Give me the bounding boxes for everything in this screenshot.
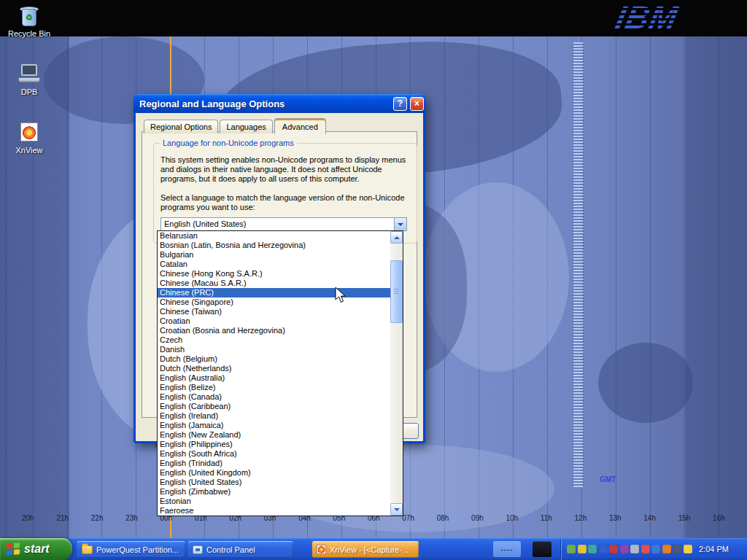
help-button[interactable]: ? bbox=[393, 97, 407, 111]
tray-icon[interactable] bbox=[599, 545, 608, 553]
dropdown-scrollbar[interactable] bbox=[390, 231, 403, 516]
taskbar-button-powerquest[interactable]: PowerQuest Partition... bbox=[77, 541, 185, 558]
taskbar-clock[interactable]: 2:04 PM bbox=[699, 545, 729, 553]
folder-icon bbox=[82, 545, 93, 554]
language-list-item[interactable]: Chinese (Singapore) bbox=[158, 298, 390, 307]
language-list-item[interactable]: Catalan bbox=[158, 260, 390, 269]
language-list-item[interactable]: Chinese (Taiwan) bbox=[158, 307, 390, 316]
regional-language-options-dialog: Regional and Language Options ? × Region… bbox=[133, 94, 425, 443]
language-list-item[interactable]: Croatian (Bosnia and Herzegovina) bbox=[158, 326, 390, 335]
language-list-item[interactable]: English (Ireland) bbox=[158, 411, 390, 421]
language-list: BelarusianBosnian (Latin, Bosnia and Her… bbox=[158, 231, 390, 516]
language-list-item[interactable]: Chinese (PRC) bbox=[158, 288, 390, 298]
language-list-item[interactable]: Dutch (Belgium) bbox=[158, 354, 390, 364]
timezone-label: 10h bbox=[506, 514, 518, 522]
timezone-label: 22h bbox=[91, 514, 104, 522]
non-unicode-groupbox: Language for non-Unicode programs This s… bbox=[153, 143, 417, 244]
tab[interactable]: Languages bbox=[220, 120, 272, 133]
language-list-item[interactable]: English (South Africa) bbox=[158, 449, 390, 459]
taskbar: start PowerQuest Partition... Control Pa… bbox=[0, 538, 747, 560]
language-list-item[interactable]: Chinese (Hong Kong S.A.R.) bbox=[158, 269, 390, 279]
desktop-icon-label: XnView bbox=[1, 146, 57, 155]
ibm-logo-stripes bbox=[609, 0, 704, 35]
language-list-item[interactable]: English (Philippines) bbox=[158, 440, 390, 449]
scroll-down-button[interactable] bbox=[390, 503, 403, 516]
tab[interactable]: Advanced bbox=[274, 118, 326, 134]
scroll-up-button[interactable] bbox=[390, 231, 403, 244]
language-list-item[interactable]: English (Zimbabwe) bbox=[158, 487, 390, 497]
language-list-item[interactable]: English (New Zealand) bbox=[158, 430, 390, 440]
tray-icon[interactable] bbox=[567, 545, 576, 553]
description-text: This system setting enables non-Unicode … bbox=[160, 155, 410, 184]
taskbar-button-xnview[interactable]: XnView - [<Capture-... bbox=[312, 541, 419, 558]
start-button[interactable]: start bbox=[0, 538, 72, 560]
xnview-icon bbox=[17, 121, 42, 144]
language-list-item[interactable]: Czech bbox=[158, 335, 390, 345]
language-list-item[interactable]: Bosnian (Latin, Bosnia and Herzegovina) bbox=[158, 241, 390, 250]
language-list-item[interactable]: Estonian bbox=[158, 497, 390, 506]
combobox-dropdown-button[interactable] bbox=[394, 218, 406, 230]
language-dropdown-list: BelarusianBosnian (Latin, Bosnia and Her… bbox=[157, 230, 403, 516]
language-list-item[interactable]: Dutch (Netherlands) bbox=[158, 364, 390, 373]
taskbar-app-icon[interactable] bbox=[533, 541, 551, 557]
tab[interactable]: Regional Options bbox=[144, 120, 218, 133]
language-list-item[interactable]: Danish bbox=[158, 345, 390, 354]
hatched-timezone-band bbox=[573, 42, 584, 487]
chevron-down-icon bbox=[398, 223, 403, 226]
taskbar-button-control-panel[interactable]: Control Panel bbox=[188, 541, 293, 558]
tray-icon[interactable] bbox=[673, 545, 681, 553]
language-list-item[interactable]: English (United Kingdom) bbox=[158, 468, 390, 478]
taskbar-deskband[interactable]: ---- bbox=[493, 541, 521, 557]
tray-icon[interactable] bbox=[651, 545, 660, 553]
dialog-tabs: Regional OptionsLanguagesAdvanced bbox=[144, 118, 328, 133]
tray-icon[interactable] bbox=[578, 545, 587, 553]
close-button[interactable]: × bbox=[410, 97, 424, 111]
language-list-item[interactable]: Chinese (Macau S.A.R.) bbox=[158, 279, 390, 288]
desktop-icon-recycle-bin[interactable]: ♻ Recycle Bin bbox=[1, 4, 57, 38]
tray-icon[interactable] bbox=[609, 545, 618, 553]
timezone-label: 13h bbox=[609, 514, 622, 522]
combobox-value: English (United States) bbox=[161, 218, 394, 230]
desktop-icon-label: DPB bbox=[1, 88, 57, 96]
language-list-item[interactable]: English (Canada) bbox=[158, 392, 390, 402]
tray-icon[interactable] bbox=[662, 545, 671, 553]
chevron-down-icon bbox=[394, 508, 400, 511]
system-tray: 2:04 PM bbox=[560, 538, 747, 560]
scrollbar-thumb[interactable] bbox=[390, 260, 403, 323]
taskbar-button-label: Control Panel bbox=[206, 545, 255, 554]
timezone-label: 21h bbox=[56, 514, 69, 522]
language-list-item[interactable]: Bulgarian bbox=[158, 250, 390, 260]
timezone-label: 07h bbox=[402, 514, 414, 522]
tray-icon[interactable] bbox=[588, 545, 597, 553]
timezone-label: 11h bbox=[541, 514, 552, 522]
desktop-icon-xnview[interactable]: XnView bbox=[1, 121, 57, 155]
language-list-item[interactable]: English (Caribbean) bbox=[158, 402, 390, 411]
groupbox-caption: Language for non-Unicode programs bbox=[160, 139, 297, 147]
tray-icon[interactable] bbox=[641, 545, 650, 553]
tray-icon[interactable] bbox=[684, 545, 692, 553]
map-landmass bbox=[686, 36, 747, 538]
tray-icon[interactable] bbox=[630, 545, 639, 553]
language-list-item[interactable]: English (Australia) bbox=[158, 373, 390, 383]
timezone-label: 09h bbox=[471, 514, 484, 522]
language-list-item[interactable]: Croatian bbox=[158, 316, 390, 326]
taskbar-button-label: XnView - [<Capture-... bbox=[330, 545, 409, 554]
language-list-item[interactable]: Faeroese bbox=[158, 506, 390, 516]
language-list-item[interactable]: English (Belize) bbox=[158, 383, 390, 392]
map-landmass bbox=[0, 36, 69, 538]
control-panel-icon bbox=[193, 545, 203, 554]
dialog-titlebar[interactable]: Regional and Language Options ? × bbox=[133, 94, 425, 113]
desktop-icon-label: Recycle Bin bbox=[1, 29, 57, 38]
language-list-item[interactable]: Belarusian bbox=[158, 231, 390, 241]
chevron-up-icon bbox=[394, 236, 400, 239]
desktop-icon-dpb[interactable]: DPB bbox=[1, 63, 57, 96]
dialog-title: Regional and Language Options bbox=[133, 98, 393, 109]
language-list-item[interactable]: English (Jamaica) bbox=[158, 421, 390, 430]
language-combobox[interactable]: English (United States) bbox=[160, 217, 407, 231]
timezone-label: 12h bbox=[575, 514, 587, 522]
tray-icon[interactable] bbox=[620, 545, 629, 553]
language-list-item[interactable]: English (United States) bbox=[158, 478, 390, 487]
xnview-icon bbox=[317, 545, 326, 554]
language-list-item[interactable]: English (Trinidad) bbox=[158, 459, 390, 468]
desktop: GMT 20h21h22h23h00h01h02h03h04h05h06h07h… bbox=[0, 0, 747, 560]
